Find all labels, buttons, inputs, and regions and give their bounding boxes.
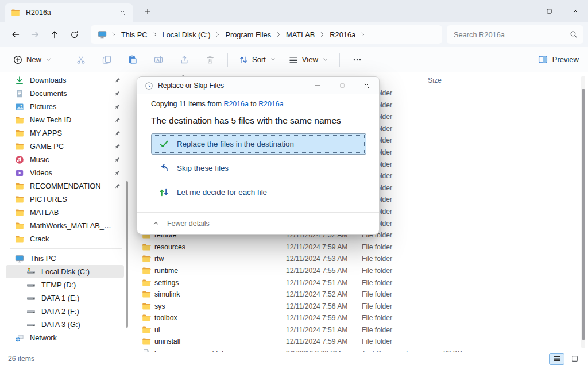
breadcrumb-item[interactable]: Local Disk (C:) <box>152 28 215 41</box>
dialog-options: Replace the files in the destination Ski… <box>151 133 366 203</box>
sidebar-item-this-pc[interactable]: This PC <box>6 252 124 265</box>
toolbar-separator <box>339 53 340 67</box>
sidebar-item[interactable]: Music <box>6 153 124 166</box>
breadcrumb-item[interactable]: R2016a <box>319 28 359 41</box>
more-options-button[interactable] <box>345 51 370 69</box>
sidebar-item-drive[interactable]: Local Disk (C:) <box>6 265 124 278</box>
preview-toggle[interactable]: Preview <box>538 55 579 64</box>
refresh-button[interactable] <box>64 26 84 43</box>
column-separator[interactable] <box>467 76 467 86</box>
column-header-size[interactable]: Size <box>428 76 442 84</box>
share-button[interactable] <box>171 51 197 69</box>
sidebar-divider <box>10 248 122 249</box>
copy-button[interactable] <box>94 51 119 69</box>
file-type: File folder <box>362 290 392 298</box>
details-toggle[interactable]: Fewer details <box>137 212 379 234</box>
minimize-button[interactable] <box>510 0 536 22</box>
column-separator[interactable] <box>424 76 424 86</box>
maximize-button[interactable] <box>536 0 562 22</box>
dialog-option[interactable]: Skip these files <box>151 157 366 179</box>
sidebar-item-drive[interactable]: DATA 1 (E:) <box>6 291 124 305</box>
file-icon <box>142 254 151 263</box>
sidebar-item[interactable]: MY APPS <box>6 126 124 140</box>
up-button[interactable] <box>45 26 64 43</box>
sidebar-item-drive[interactable]: TEMP (D:) <box>6 278 124 291</box>
dialog-close-button[interactable] <box>354 77 379 94</box>
paste-button[interactable] <box>119 51 145 69</box>
dialog-title-bar[interactable]: Replace or Skip Files <box>137 77 379 94</box>
explorer-window: R2016a This PC <box>0 0 588 365</box>
breadcrumb-item[interactable]: MATLAB <box>275 28 319 41</box>
pin-icon <box>114 103 121 110</box>
preview-pane-icon <box>538 55 548 64</box>
sidebar-item[interactable]: GAME PC <box>6 140 124 153</box>
sidebar-item[interactable]: Pictures <box>6 100 124 113</box>
dialog-option[interactable]: Let me decide for each file <box>151 182 366 203</box>
new-tab-button[interactable] <box>141 5 154 18</box>
sidebar-item[interactable]: New Tech ID <box>6 113 124 126</box>
file-date: 12/11/2024 7:55 AM <box>286 267 347 275</box>
rename-button[interactable] <box>145 51 171 69</box>
file-row[interactable]: toolbox 12/11/2024 7:59 AM File folder <box>132 312 579 324</box>
file-row[interactable]: settings 12/11/2024 7:51 AM File folder <box>132 277 579 289</box>
file-row[interactable]: sys 12/11/2024 7:56 AM File folder <box>132 301 579 313</box>
search-input[interactable] <box>452 30 570 40</box>
sidebar-item[interactable]: PICTURES <box>6 193 124 206</box>
file-row[interactable]: simulink 12/11/2024 7:52 AM File folder <box>132 289 579 301</box>
dialog-option[interactable]: Replace the files in the destination <box>151 133 366 155</box>
file-row[interactable]: ui 12/11/2024 7:51 AM File folder <box>132 324 579 336</box>
file-row[interactable]: resources 12/11/2024 7:59 AM File folder <box>132 241 579 253</box>
view-button[interactable]: View <box>283 51 335 69</box>
close-button[interactable] <box>562 0 588 22</box>
cut-button[interactable] <box>68 51 94 69</box>
new-button[interactable]: New <box>7 51 58 69</box>
sidebar-item-drive[interactable]: DATA 3 (G:) <box>6 318 124 331</box>
sidebar-item-network[interactable]: Network <box>6 331 124 344</box>
sort-arrows-icon <box>239 55 248 64</box>
scrollbar-thumb[interactable] <box>582 89 585 340</box>
file-date: 12/11/2024 7:59 AM <box>286 314 347 322</box>
chevron-down-icon <box>45 56 52 63</box>
sidebar-item[interactable]: Crack <box>6 232 124 245</box>
sidebar-item-icon <box>15 221 24 230</box>
sidebar-item[interactable]: MathWorks_MATLAB_R2016a <box>6 219 124 232</box>
source-folder-link[interactable]: R2016a <box>224 100 249 108</box>
drives-list: Local Disk (C:) TEMP (D:) DATA 1 (E:) <box>0 265 132 331</box>
sidebar-item[interactable]: Documents <box>6 87 124 100</box>
back-button[interactable] <box>6 26 25 43</box>
chevron-right-icon <box>359 31 366 38</box>
file-icon <box>142 302 151 311</box>
large-icons-view-button[interactable] <box>567 353 582 365</box>
breadcrumb-item[interactable]: Program Files <box>214 28 275 41</box>
tab-r2016a[interactable]: R2016a <box>5 3 133 22</box>
dialog-minimize-button[interactable] <box>305 77 330 94</box>
file-row[interactable]: uninstall 12/11/2024 7:59 AM File folder <box>132 336 579 348</box>
file-row[interactable]: license_agreement.txt 3/1/2016 3:02 PM T… <box>132 348 579 352</box>
destination-folder-link[interactable]: R2016a <box>258 100 283 108</box>
sidebar-scrollbar[interactable] <box>126 181 128 328</box>
tab-close-icon[interactable] <box>116 6 129 19</box>
sidebar-item-drive[interactable]: DATA 2 (F:) <box>6 305 124 318</box>
dialog-maximize-button[interactable] <box>330 77 354 94</box>
sidebar-item[interactable]: RECOMMENDATION <box>6 179 124 193</box>
sidebar-item[interactable]: Videos <box>6 166 124 179</box>
file-date: 12/11/2024 7:59 AM <box>286 243 347 251</box>
breadcrumb[interactable]: This PC Local Disk (C:) Program Files <box>91 25 442 44</box>
sidebar-item[interactable]: MATLAB <box>6 206 124 219</box>
details-view-button[interactable] <box>549 353 564 365</box>
file-date: 12/11/2024 7:51 AM <box>286 279 347 287</box>
view-list-icon <box>289 55 298 64</box>
search-box[interactable] <box>447 25 583 44</box>
scissors-icon <box>76 55 86 64</box>
file-list-scrollbar[interactable] <box>581 76 585 348</box>
sidebar-item[interactable]: Downloads <box>6 74 124 87</box>
breadcrumb-item[interactable]: This PC <box>110 28 152 41</box>
sort-button[interactable]: Sort <box>233 51 283 69</box>
file-date: 12/11/2024 7:56 AM <box>286 302 347 310</box>
file-type: File folder <box>362 255 392 263</box>
file-row[interactable]: runtime 12/11/2024 7:55 AM File folder <box>132 265 579 277</box>
sidebar-item-icon <box>15 195 24 204</box>
forward-button[interactable] <box>25 26 45 43</box>
file-row[interactable]: rtw 12/11/2024 7:53 AM File folder <box>132 253 579 265</box>
delete-button[interactable] <box>197 51 223 69</box>
